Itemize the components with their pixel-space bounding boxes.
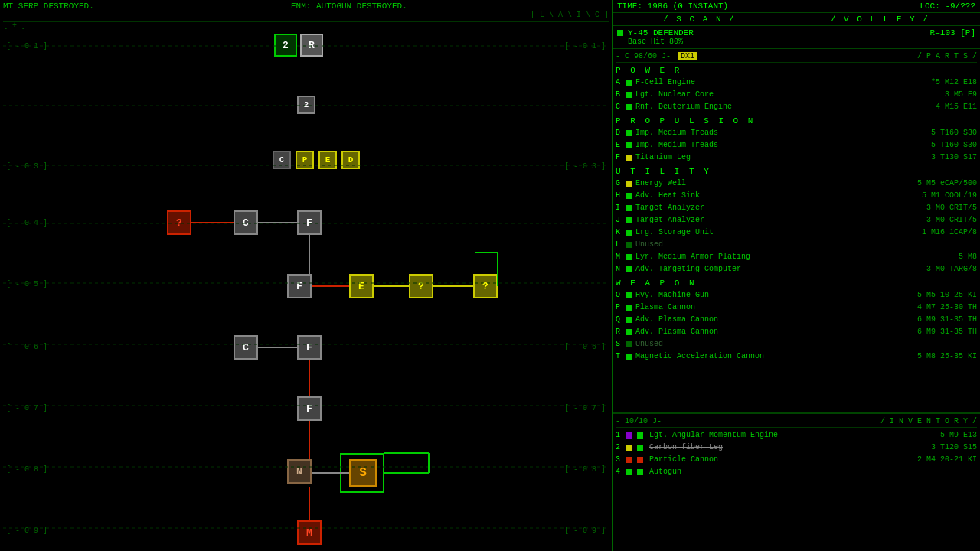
parts-header-left: - C 98/60 J- DX1 <box>616 52 697 60</box>
node-r5-q1[interactable]: ? <box>409 274 433 298</box>
category-propulsion: P R O P U L S I O N <box>616 116 977 126</box>
inv-item-3[interactable]: 3 Particle Cannon 2 M4 20-21 KI <box>616 454 977 466</box>
part-m[interactable]: M Lyr. Medium Armor Plating 5 M8 <box>616 251 977 263</box>
right-panel: TIME: 1986 (0 INSTANT) LOC: -9/??? / S C… <box>612 0 980 551</box>
inv-header-left: - 10/10 J- <box>616 417 662 425</box>
parts-section: - C 98/60 J- DX1 / P A R T S / P O W E R… <box>612 49 980 413</box>
category-weapon: W E A P O N <box>616 279 977 288</box>
part-q[interactable]: Q Adv. Plasma Cannon 6 M9 31-35 TH <box>616 314 977 326</box>
part-j[interactable]: J Target Analyzer 3 M0 CRIT/5 <box>616 214 977 227</box>
inv-header-right: / I N V E N T O R Y / <box>880 417 977 425</box>
node-r4-f[interactable]: F <box>297 210 322 235</box>
part-c[interactable]: C Rnf. Deuterium Engine 4 M15 E11 <box>616 101 977 113</box>
robot-r-value: R=103 [P] <box>930 28 975 37</box>
inventory-section: - 10/10 J- / I N V E N T O R Y / 1 Lgt. … <box>612 413 980 551</box>
map-panel: MT SERP DESTROYED. ENM: AUTOGUN DESTROYE… <box>0 0 612 551</box>
parts-header: - C 98/60 J- DX1 / P A R T S / <box>616 51 977 63</box>
row9-label-r: [ - 0 9 ] <box>564 527 606 535</box>
row3-label-l: [ - 0 3 ] <box>6 162 47 171</box>
part-t[interactable]: T Magnetic Acceleration Cannon 5 M8 25-3… <box>616 350 977 363</box>
part-o[interactable]: O Hvy. Machine Gun 5 M5 10-25 KI <box>616 289 977 302</box>
part-b[interactable]: B Lgt. Nuclear Core 3 M5 E9 <box>616 89 977 101</box>
parts-tag: DX1 <box>678 52 697 60</box>
robot-hit: Base Hit 80% <box>617 37 975 46</box>
node-r1-2[interactable]: R <box>300 34 323 57</box>
node-r6-f[interactable]: F <box>297 335 322 360</box>
log-line-1: MT SERP DESTROYED. <box>3 2 94 11</box>
top-nav: [ L \ A \ I \ C ] <box>531 11 609 19</box>
node-r2-1[interactable]: 2 <box>297 96 315 114</box>
inv2-dot1 <box>626 445 632 451</box>
loc-display: LOC: -9/??? <box>920 2 975 11</box>
part-i[interactable]: I Target Analyzer 3 M0 CRIT/5 <box>616 202 977 214</box>
row8-label-r: [ - 0 8 ] <box>564 465 606 474</box>
part-h[interactable]: H Adv. Heat Sink 5 M1 COOL/19 <box>616 190 977 202</box>
node-r3-p[interactable]: P <box>296 151 314 169</box>
row9-label-l: [ - 0 9 ] <box>6 527 47 535</box>
row5-label-l: [ - 0 5 ] <box>6 280 47 289</box>
part-r[interactable]: R Adv. Plasma Cannon 6 M9 31-35 TH <box>616 326 977 338</box>
node-r5-e[interactable]: E <box>349 274 374 298</box>
node-r1-1[interactable]: 2 <box>274 34 297 57</box>
row1-label: [ - 0 1 ] <box>6 42 47 51</box>
robot-status-dot <box>617 30 623 36</box>
node-r3-c[interactable]: C <box>273 151 291 169</box>
inv4-dot1 <box>626 469 632 475</box>
inv-item-1[interactable]: 1 Lgt. Angular Momentum Engine 5 M9 E13 <box>616 429 977 442</box>
node-r8-n[interactable]: N <box>287 459 312 484</box>
part-g[interactable]: G Energy Well 5 M5 eCAP/500 <box>616 178 977 190</box>
part-n[interactable]: N Adv. Targeting Computer 3 M0 TARG/8 <box>616 263 977 276</box>
log-line-2: ENM: AUTOGUN DESTROYED. <box>291 2 407 11</box>
robot-name: Y-45 DEFENDER <box>628 28 694 37</box>
node-r6-c[interactable]: C <box>234 335 258 360</box>
node-r5-q2[interactable]: ? <box>473 274 498 298</box>
part-f[interactable]: F Titanium Leg 3 T130 S17 <box>616 152 977 164</box>
part-e[interactable]: E Imp. Medium Treads 5 T160 S30 <box>616 139 977 152</box>
row1-label-left: [ + ] <box>3 21 26 30</box>
row6-label-r: [ - 0 6 ] <box>564 343 606 351</box>
status-bar: TIME: 1986 (0 INSTANT) LOC: -9/??? <box>612 0 980 13</box>
inv3-dot2 <box>637 457 643 463</box>
bracket-s <box>340 453 384 493</box>
category-power: P O W E R <box>616 66 977 75</box>
inv1-dot2 <box>637 432 643 439</box>
inv-item-4[interactable]: 4 Autogun <box>616 466 977 478</box>
part-s[interactable]: S Unused <box>616 338 977 350</box>
node-r9-m[interactable]: M <box>297 520 322 545</box>
inv1-dot1 <box>626 432 632 439</box>
part-k[interactable]: K Lrg. Storage Unit 1 M16 1CAP/8 <box>616 227 977 239</box>
row3-label-r: [ - 0 3 ] <box>564 162 606 171</box>
part-d[interactable]: D Imp. Medium Treads 5 T160 S30 <box>616 127 977 139</box>
node-r5-f[interactable]: F <box>287 274 312 298</box>
row8-label-l: [ - 0 8 ] <box>6 465 47 474</box>
row7-label-r: [ - 0 7 ] <box>564 404 606 412</box>
row7-label-l: [ - 0 7 ] <box>6 404 47 412</box>
parts-header-right: / P A R T S / <box>917 52 977 60</box>
inv2-dot2 <box>637 445 643 451</box>
part-p[interactable]: P Plasma Cannon 4 M7 25-30 TH <box>616 302 977 314</box>
row4-label-l: [ - 0 4 ] <box>6 219 47 227</box>
part-a[interactable]: A F-Cell Engine *5 M12 E18 <box>616 77 977 89</box>
inventory-header: - 10/10 J- / I N V E N T O R Y / <box>616 416 977 428</box>
category-utility: U T I L I T Y <box>616 167 977 176</box>
time-display: TIME: 1986 (0 INSTANT) <box>617 2 728 11</box>
robot-info: Y-45 DEFENDER R=103 [P] Base Hit 80% <box>612 26 980 49</box>
row1-label-r: [ - 0 1 ] <box>564 42 606 51</box>
node-r3-d[interactable]: D <box>341 151 360 169</box>
inv-item-2[interactable]: 2 Carbon-fiber Leg 3 T120 S15 <box>616 442 977 454</box>
robot-name-row: Y-45 DEFENDER R=103 [P] <box>617 28 975 37</box>
volley-nav[interactable]: / V O L L E Y / <box>831 15 929 24</box>
row6-label-l: [ - 0 6 ] <box>6 343 47 351</box>
node-r3-e[interactable]: E <box>318 151 337 169</box>
inv4-dot2 <box>637 469 643 475</box>
node-r4-red[interactable]: ? <box>167 210 191 235</box>
inv3-dot1 <box>626 457 632 463</box>
nav-bar: / S C A N / / V O L L E Y / <box>612 13 980 26</box>
part-l[interactable]: L Unused <box>616 239 977 251</box>
node-r4-c[interactable]: C <box>234 210 258 235</box>
scan-nav[interactable]: / S C A N / <box>663 15 736 24</box>
node-r7-f[interactable]: F <box>297 396 322 421</box>
row1-line <box>3 21 609 22</box>
